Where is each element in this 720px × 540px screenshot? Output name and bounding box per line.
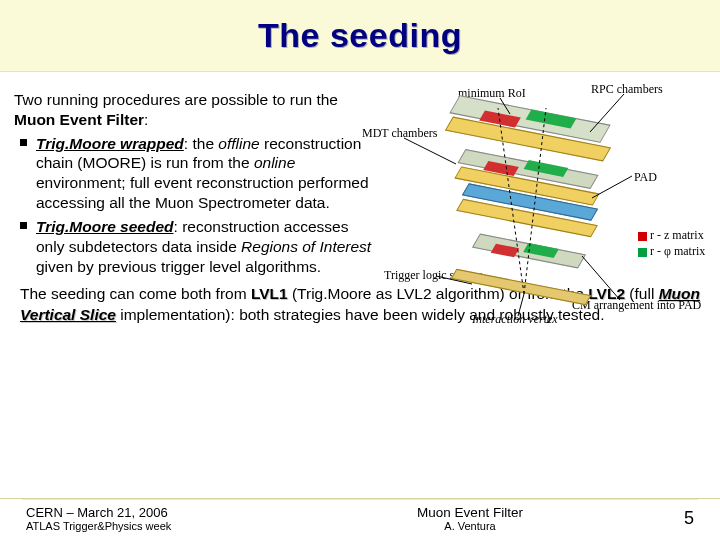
footer-author: A. Ventura xyxy=(286,520,654,532)
rphi-text: r - φ matrix xyxy=(650,244,705,258)
rz-text: r - z matrix xyxy=(650,228,704,242)
footer-left: CERN – March 21, 2006 ATLAS Trigger&Phys… xyxy=(26,499,286,532)
label-pad: PAD xyxy=(634,170,657,185)
main-content: Two running procedures are possible to r… xyxy=(0,72,720,282)
svg-line-2 xyxy=(404,138,456,164)
bullet-1: Trig.Moore wrapped: the offline reconstr… xyxy=(14,134,372,213)
bullet2-s2: Regions of Interest xyxy=(241,238,371,255)
bullet1-s5: environment; full event reconstruction p… xyxy=(36,174,369,211)
bullet1-s4: online xyxy=(254,154,295,171)
red-square-icon xyxy=(638,232,647,241)
footer-topic: Muon Event Filter xyxy=(286,505,654,520)
bullet2-head: Trig.Moore seeded xyxy=(36,218,174,235)
bullet-2: Trig.Moore seeded: reconstruction access… xyxy=(14,217,372,276)
text-column: Two running procedures are possible to r… xyxy=(14,90,372,276)
green-square-icon xyxy=(638,248,647,257)
label-rpc: RPC chambers xyxy=(591,82,663,97)
cp-lvl1: LVL1 xyxy=(251,285,288,302)
label-rz: r - z matrix xyxy=(638,228,704,243)
bullet-square-icon xyxy=(20,222,27,229)
label-mdt: MDT chambers xyxy=(362,126,437,141)
intro-post: : xyxy=(144,111,148,128)
footer-venue: CERN – March 21, 2006 xyxy=(26,505,286,520)
cp-t1: The seeding can come both from xyxy=(20,285,251,302)
label-cm: CM arrangement into PAD xyxy=(572,298,701,313)
slide-title: The seeding xyxy=(258,16,462,55)
label-rphi: r - φ matrix xyxy=(638,244,705,259)
footer: CERN – March 21, 2006 ATLAS Trigger&Phys… xyxy=(0,498,720,532)
bullet1-s2: offline xyxy=(218,135,259,152)
title-band: The seeding xyxy=(0,0,720,72)
bullet1-s1: : the xyxy=(184,135,218,152)
bullet-square-icon xyxy=(20,139,27,146)
svg-line-6 xyxy=(582,256,620,300)
slab-sector xyxy=(451,269,592,305)
footer-middle: Muon Event Filter A. Ventura xyxy=(286,499,654,532)
intro-paragraph: Two running procedures are possible to r… xyxy=(14,90,372,130)
bullet1-head: Trig.Moore wrapped xyxy=(36,135,184,152)
intro-emph: Muon Event Filter xyxy=(14,111,144,128)
footer-event: ATLAS Trigger&Physics week xyxy=(26,520,286,532)
bullet2-s3: given by previous trigger level algorith… xyxy=(36,258,321,275)
diagram-column: minimum RoI RPC chambers MDT chambers PA… xyxy=(372,90,706,276)
detector-diagram: minimum RoI RPC chambers MDT chambers PA… xyxy=(376,84,706,334)
footer-page: 5 xyxy=(654,502,694,529)
intro-pre: Two running procedures are possible to r… xyxy=(14,91,338,108)
label-vertex: Interaction vertex xyxy=(472,312,558,327)
